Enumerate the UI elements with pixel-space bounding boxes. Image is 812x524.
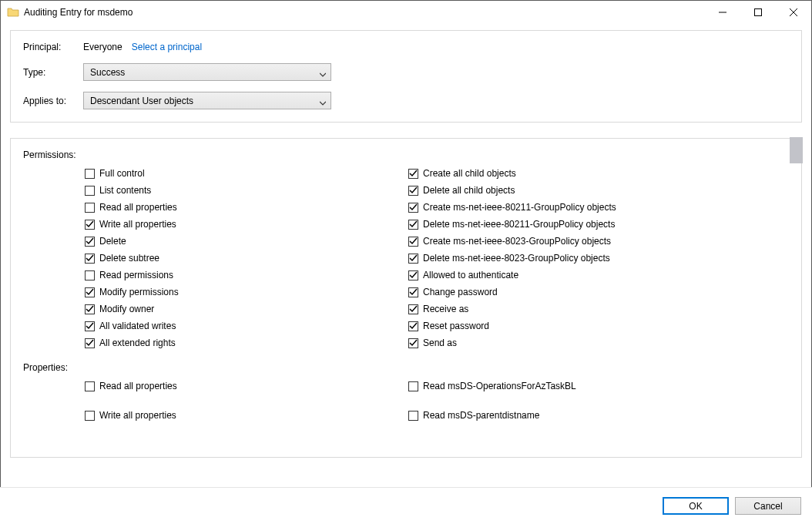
checkbox[interactable] [85,321,95,331]
checkbox[interactable] [85,254,95,264]
permissions-left-column: Full controlList contentsRead all proper… [85,168,408,348]
checkbox-label: Read msDS-parentdistname [423,410,539,421]
checkbox[interactable] [408,287,418,297]
checkbox-row: Create ms-net-ieee-8023-GroupPolicy obje… [408,236,732,247]
properties-left-column: Read all propertiesWrite all properties [85,381,408,421]
checkbox[interactable] [85,203,95,213]
maximize-button[interactable] [740,1,776,24]
checkbox[interactable] [408,270,418,280]
applies-label: Applies to: [23,96,83,106]
checkbox-row: Full control [85,168,408,179]
checkbox-label: Read all properties [99,381,177,391]
checkbox[interactable] [408,254,418,264]
ok-button[interactable]: OK [663,497,729,515]
type-row: Type: Success [23,63,789,81]
checkbox[interactable] [85,169,95,179]
checkbox-label: Create ms-net-ieee-80211-GroupPolicy obj… [423,202,616,213]
checkbox-label: Allowed to authenticate [423,270,518,280]
minimize-button[interactable] [705,1,740,24]
permissions-right-column: Create all child objectsDelete all child… [408,168,732,348]
scrollbar-thumb[interactable] [790,137,803,163]
checkbox[interactable] [85,237,95,247]
checkbox[interactable] [408,321,418,331]
checkbox-row: Read msDS-OperationsForAzTaskBL [408,381,732,391]
checkbox[interactable] [408,381,418,391]
checkbox-label: List contents [99,185,151,196]
checkbox-row: Reset password [408,321,732,331]
checkbox-row: Delete all child objects [408,185,732,196]
properties-section-label: Properties: [23,362,789,373]
cancel-button[interactable]: Cancel [735,497,801,515]
close-button[interactable] [776,1,811,24]
properties-columns: Read all propertiesWrite all properties … [23,381,789,421]
content-area: Principal: Everyone Select a principal T… [1,24,811,458]
checkbox[interactable] [85,220,95,230]
scrollbar[interactable] [790,137,803,457]
checkbox-label: Delete ms-net-ieee-80211-GroupPolicy obj… [423,219,615,230]
checkbox[interactable] [408,203,418,213]
checkbox-row: Create all child objects [408,168,732,179]
permissions-section-label: Permissions: [23,149,789,160]
checkbox[interactable] [408,237,418,247]
checkbox-row: Modify owner [85,304,408,314]
checkbox-row: Receive as [408,304,732,314]
checkbox[interactable] [85,338,95,348]
chevron-down-icon [320,69,326,76]
checkbox-row: Allowed to authenticate [408,270,732,280]
svg-rect-0 [755,9,762,16]
checkbox-label: Delete [99,236,126,247]
checkbox-label: Reset password [423,321,489,331]
checkbox[interactable] [408,304,418,314]
checkbox-label: Delete ms-net-ieee-8023-GroupPolicy obje… [423,253,610,264]
principal-label: Principal: [23,42,83,52]
checkbox-label: Read permissions [99,270,173,280]
checkbox-label: Create all child objects [423,168,516,179]
window-title: Auditing Entry for msdemo [24,7,705,18]
type-combo[interactable]: Success [83,63,331,81]
checkbox-row: Read all properties [85,381,408,391]
checkbox[interactable] [408,411,418,421]
checkbox-label: All extended rights [99,338,176,348]
checkbox[interactable] [85,381,95,391]
applies-combo-value: Descendant User objects [90,96,193,106]
checkbox-row: Write all properties [85,410,408,421]
checkbox-label: Change password [423,287,498,297]
checkbox-label: Full control [99,168,145,179]
checkbox-row: Modify permissions [85,287,408,297]
checkbox-label: Create ms-net-ieee-8023-GroupPolicy obje… [423,236,611,247]
checkbox-row: List contents [85,185,408,196]
chevron-down-icon [320,98,326,104]
checkbox-row: Delete ms-net-ieee-8023-GroupPolicy obje… [408,253,732,264]
checkbox-label: Delete all child objects [423,185,515,196]
checkbox[interactable] [408,220,418,230]
checkbox-row: Read permissions [85,270,408,280]
checkbox[interactable] [408,169,418,179]
checkbox-label: Read msDS-OperationsForAzTaskBL [423,381,576,391]
checkbox[interactable] [408,186,418,196]
checkbox-row: Send as [408,338,732,348]
checkbox-row: Delete [85,236,408,247]
checkbox-label: Modify permissions [99,287,179,297]
checkbox-row: Read all properties [85,202,408,213]
properties-right-column: Read msDS-OperationsForAzTaskBLRead msDS… [408,381,732,421]
permissions-panel: Permissions: Full controlList contentsRe… [10,138,802,458]
applies-combo[interactable]: Descendant User objects [83,92,331,109]
checkbox-row: Delete subtree [85,253,408,264]
checkbox-label: All validated writes [99,321,176,331]
principal-panel: Principal: Everyone Select a principal T… [10,30,802,123]
checkbox[interactable] [85,270,95,280]
checkbox[interactable] [85,186,95,196]
select-principal-link[interactable]: Select a principal [132,42,202,52]
permissions-panel-wrap: Permissions: Full controlList contentsRe… [10,138,802,458]
checkbox-label: Send as [423,338,457,348]
checkbox[interactable] [85,287,95,297]
checkbox[interactable] [85,304,95,314]
checkbox[interactable] [408,338,418,348]
checkbox-label: Read all properties [99,202,177,213]
checkbox[interactable] [85,411,95,421]
footer: OK Cancel [0,487,812,524]
checkbox-row: All extended rights [85,338,408,348]
type-label: Type: [23,67,83,78]
principal-row: Principal: Everyone Select a principal [23,42,789,52]
checkbox-row: Read msDS-parentdistname [408,410,732,421]
